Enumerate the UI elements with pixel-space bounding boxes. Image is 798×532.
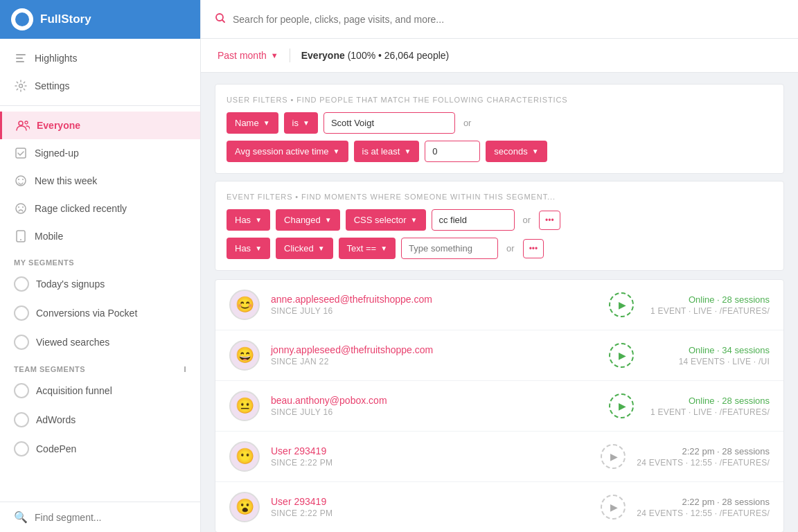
find-segment-footer[interactable]: 🔍 — [0, 502, 200, 532]
changed-action-btn[interactable]: Changed ▼ — [276, 209, 340, 231]
chevron-down-icon: ▼ — [271, 51, 278, 60]
new-this-week-icon — [14, 174, 28, 188]
result-status: Online · 28 sessions — [645, 396, 770, 406]
settings-label: Settings — [35, 80, 70, 91]
segment-codepen[interactable]: CodePen — [0, 434, 200, 463]
result-status: 2:22 pm · 28 sessions — [637, 497, 770, 507]
sidebar-item-mobile[interactable]: Mobile — [0, 222, 200, 250]
result-meta: 2:22 pm · 28 sessions 24 EVENTS · 12:55 … — [637, 497, 770, 518]
segment-adwords[interactable]: AdWords — [0, 405, 200, 434]
play-button[interactable]: ▶ — [601, 495, 626, 520]
svg-point-9 — [22, 179, 24, 180]
highlights-label: Highlights — [35, 53, 77, 64]
svg-point-4 — [19, 121, 23, 125]
avatar: 😐 — [229, 391, 260, 421]
sidebar-item-rage-clicked[interactable]: Rage clicked recently — [0, 195, 200, 222]
result-email[interactable]: jonny.appleseed@thefruitshoppe.com — [271, 344, 598, 355]
mobile-icon — [14, 229, 28, 243]
find-segment-input[interactable] — [35, 512, 186, 523]
app-title: FullStory — [40, 12, 91, 26]
play-icon: ▶ — [610, 502, 618, 513]
sidebar-item-new-this-week[interactable]: New this week — [0, 167, 200, 195]
segment-todays-signups[interactable]: Today's signups — [0, 269, 200, 299]
everyone-icon — [16, 118, 30, 132]
svg-point-11 — [18, 206, 19, 208]
highlights-icon — [14, 51, 28, 65]
chevron-down-icon: ▼ — [255, 216, 262, 224]
css-selector-input[interactable] — [432, 209, 515, 231]
is-operator-btn[interactable]: is ▼ — [284, 112, 318, 134]
result-email[interactable]: User 293419 — [271, 496, 589, 507]
main-search-input[interactable] — [233, 14, 603, 25]
chevron-down-icon: ▼ — [333, 148, 340, 155]
result-status: 2:22 pm · 28 sessions — [637, 446, 770, 456]
result-email[interactable]: anne.appleseed@thefruitshoppe.com — [271, 294, 598, 305]
table-row: 😶 User 293419 SINCE 2:22 PM ▶ 2:22 pm · … — [215, 432, 783, 482]
filter-bar: Past month ▼ Everyone (100% • 26,064 peo… — [201, 39, 798, 73]
rage-clicked-label: Rage clicked recently — [35, 203, 127, 214]
time-filter[interactable]: Past month ▼ — [218, 50, 278, 61]
signed-up-label: Signed-up — [35, 148, 79, 159]
table-row: 😮 User 293419 SINCE 2:22 PM ▶ 2:22 pm · … — [215, 482, 783, 532]
event-filter-row-1: Has ▼ Changed ▼ CSS selector ▼ or ••• — [227, 209, 772, 231]
chevron-down-icon: ▼ — [404, 148, 411, 155]
content-area: Past month ▼ Everyone (100% • 26,064 peo… — [201, 39, 798, 532]
sidebar: FullStory Highlights Settings Everyone — [0, 0, 201, 532]
chevron-down-icon: ▼ — [318, 245, 325, 252]
css-selector-btn[interactable]: CSS selector ▼ — [346, 209, 426, 231]
segment-summary: Everyone (100% • 26,064 people) — [301, 50, 450, 61]
segment-conversions-pocket[interactable]: Conversions via Pocket — [0, 299, 200, 328]
svg-point-3 — [19, 85, 23, 88]
segment-circle — [14, 335, 29, 350]
result-email[interactable]: User 293419 — [271, 445, 589, 456]
fullstory-logo — [11, 8, 33, 30]
sidebar-header[interactable]: FullStory — [0, 0, 200, 39]
new-this-week-label: New this week — [35, 175, 97, 186]
svg-point-12 — [22, 206, 24, 208]
result-since: SINCE JULY 16 — [271, 306, 598, 316]
play-icon: ▶ — [619, 299, 626, 310]
more-options-btn-2[interactable]: ••• — [523, 239, 544, 258]
sidebar-nav: Highlights Settings — [0, 39, 200, 106]
chevron-down-icon: ▼ — [303, 119, 310, 127]
chevron-down-icon: ▼ — [532, 148, 539, 155]
sidebar-item-everyone[interactable]: Everyone — [0, 112, 200, 139]
text-value-input[interactable] — [401, 238, 498, 259]
play-button[interactable]: ▶ — [609, 393, 634, 418]
seconds-unit-btn[interactable]: seconds ▼ — [486, 141, 547, 162]
result-email[interactable]: beau.anthony@pobox.com — [271, 395, 598, 406]
sidebar-item-highlights[interactable]: Highlights — [0, 44, 200, 72]
avg-session-field-btn[interactable]: Avg session active time ▼ — [227, 141, 348, 162]
seconds-value-input[interactable] — [425, 141, 480, 162]
segment-acquisition-funnel[interactable]: Acquisition funnel — [0, 376, 200, 405]
chevron-down-icon: ▼ — [380, 245, 387, 252]
has-quantifier-btn-2[interactable]: Has ▼ — [227, 238, 270, 259]
segment-viewed-searches[interactable]: Viewed searches — [0, 328, 200, 357]
chevron-down-icon: ▼ — [255, 245, 262, 252]
svg-point-5 — [25, 121, 28, 124]
sidebar-item-signed-up[interactable]: Signed-up — [0, 139, 200, 167]
result-since: SINCE JAN 22 — [271, 357, 598, 366]
sidebar-item-settings[interactable]: Settings — [0, 72, 200, 100]
text-eq-btn[interactable]: Text == ▼ — [339, 238, 396, 259]
play-button[interactable]: ▶ — [601, 444, 626, 469]
event-filter-row-2: Has ▼ Clicked ▼ Text == ▼ or ••• — [227, 238, 772, 259]
table-row: 😄 jonny.appleseed@thefruitshoppe.com SIN… — [215, 330, 783, 381]
name-field-btn[interactable]: Name ▼ — [227, 112, 278, 134]
clicked-action-btn[interactable]: Clicked ▼ — [276, 238, 333, 259]
chevron-down-icon: ▼ — [263, 119, 270, 127]
or-connector: or — [520, 215, 534, 225]
search-icon — [215, 12, 226, 26]
name-value-input[interactable] — [323, 112, 455, 134]
table-row: 😊 anne.appleseed@thefruitshoppe.com SINC… — [215, 280, 783, 330]
result-since: SINCE 2:22 PM — [271, 458, 589, 468]
has-quantifier-btn-1[interactable]: Has ▼ — [227, 209, 270, 231]
is-at-least-btn[interactable]: is at least ▼ — [354, 141, 420, 162]
chevron-down-icon: ▼ — [411, 216, 418, 224]
svg-rect-6 — [16, 148, 26, 158]
play-button[interactable]: ▶ — [609, 343, 634, 368]
more-options-btn-1[interactable]: ••• — [539, 211, 560, 230]
segment-circle — [14, 412, 29, 427]
result-meta: Online · 28 sessions 1 EVENT · LIVE · /F… — [645, 396, 770, 417]
play-button[interactable]: ▶ — [609, 292, 634, 317]
